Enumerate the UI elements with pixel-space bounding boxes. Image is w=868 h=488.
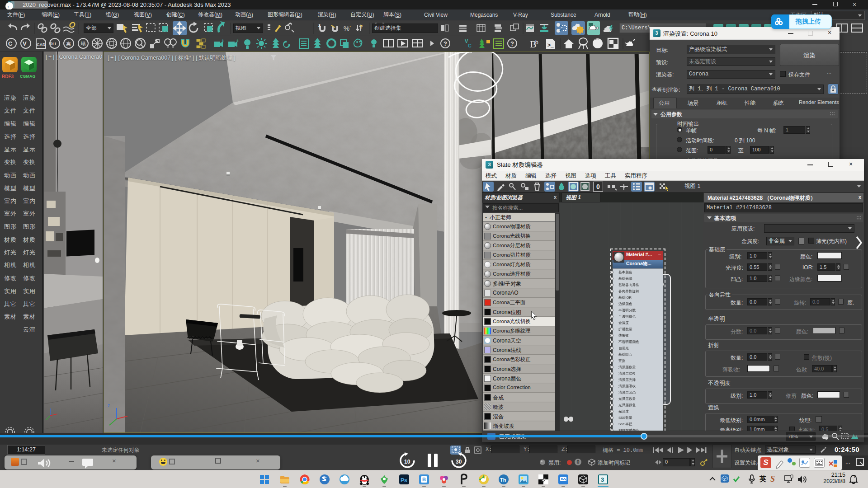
svg-text:z: z <box>108 403 110 408</box>
svg-text:>_: >_ <box>547 42 554 48</box>
svg-text:?: ? <box>360 24 363 29</box>
svg-text:DLL: DLL <box>50 42 57 46</box>
svg-text:z: z <box>854 475 856 479</box>
svg-text:?: ? <box>443 40 447 47</box>
svg-text:3: 3 <box>318 23 321 28</box>
svg-text:b: b <box>535 39 538 46</box>
svg-text:Th: Th <box>500 477 506 483</box>
svg-text:B: B <box>422 477 426 482</box>
svg-text:C: C <box>8 40 13 47</box>
svg-text:3: 3 <box>601 476 604 483</box>
svg-text:塌: 塌 <box>80 41 85 47</box>
svg-text:+: + <box>222 38 224 43</box>
svg-text:CAD: CAD <box>37 42 46 47</box>
svg-text:离: 离 <box>66 41 71 47</box>
svg-text:V: V <box>23 40 27 47</box>
svg-text:?: ? <box>510 40 514 47</box>
svg-text:Ps: Ps <box>401 477 407 483</box>
svg-text:C: C <box>468 43 472 48</box>
svg-text:+: + <box>236 38 239 43</box>
